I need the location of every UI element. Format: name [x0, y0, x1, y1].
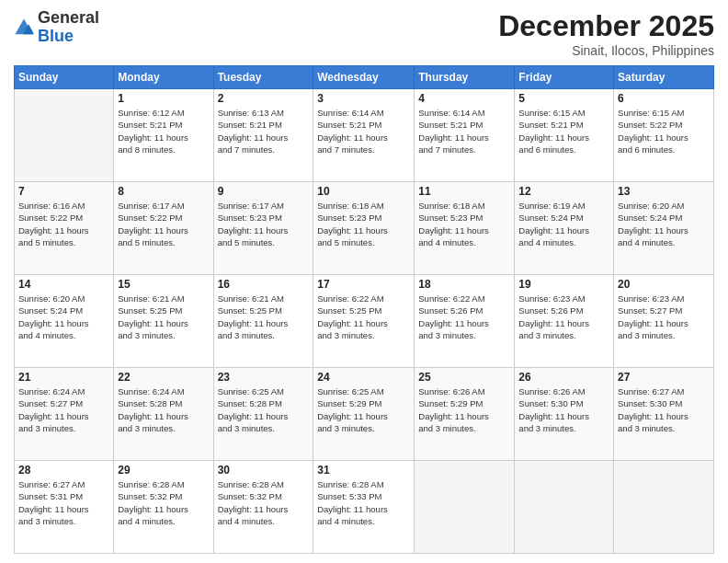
day-info: Sunrise: 6:18 AM Sunset: 5:23 PM Dayligh…	[418, 200, 510, 248]
day-number: 12	[518, 185, 609, 198]
day-info: Sunrise: 6:28 AM Sunset: 5:32 PM Dayligh…	[218, 478, 310, 527]
table-row	[614, 461, 714, 554]
table-row: 14Sunrise: 6:20 AM Sunset: 5:24 PM Dayli…	[15, 275, 114, 368]
day-number: 6	[618, 92, 710, 105]
day-info: Sunrise: 6:12 AM Sunset: 5:21 PM Dayligh…	[118, 107, 209, 155]
day-number: 2	[218, 92, 310, 105]
day-info: Sunrise: 6:19 AM Sunset: 5:24 PM Dayligh…	[518, 200, 609, 248]
logo-icon	[14, 17, 34, 38]
day-number: 25	[418, 371, 510, 384]
table-row	[515, 461, 614, 554]
table-row: 24Sunrise: 6:25 AM Sunset: 5:29 PM Dayli…	[313, 368, 415, 461]
day-number: 4	[418, 92, 510, 105]
table-row: 28Sunrise: 6:27 AM Sunset: 5:31 PM Dayli…	[15, 461, 114, 554]
table-row: 31Sunrise: 6:28 AM Sunset: 5:33 PM Dayli…	[313, 461, 415, 554]
day-info: Sunrise: 6:14 AM Sunset: 5:21 PM Dayligh…	[317, 107, 410, 155]
day-info: Sunrise: 6:22 AM Sunset: 5:25 PM Dayligh…	[317, 293, 410, 341]
logo-general-text: General	[38, 8, 99, 27]
logo: General Blue	[14, 9, 99, 46]
day-number: 20	[618, 278, 710, 291]
day-info: Sunrise: 6:23 AM Sunset: 5:26 PM Dayligh…	[518, 293, 609, 341]
title-block: December 2025 Sinait, Ilocos, Philippine…	[498, 9, 714, 58]
day-info: Sunrise: 6:26 AM Sunset: 5:30 PM Dayligh…	[518, 385, 609, 434]
table-row: 9Sunrise: 6:17 AM Sunset: 5:23 PM Daylig…	[213, 182, 313, 275]
day-number: 22	[118, 371, 209, 384]
day-number: 1	[118, 92, 209, 105]
day-info: Sunrise: 6:24 AM Sunset: 5:28 PM Dayligh…	[118, 385, 209, 434]
day-number: 16	[218, 278, 310, 291]
day-info: Sunrise: 6:15 AM Sunset: 5:21 PM Dayligh…	[518, 107, 609, 155]
table-row: 18Sunrise: 6:22 AM Sunset: 5:26 PM Dayli…	[415, 275, 515, 368]
day-info: Sunrise: 6:28 AM Sunset: 5:33 PM Dayligh…	[317, 478, 410, 527]
table-row: 4Sunrise: 6:14 AM Sunset: 5:21 PM Daylig…	[415, 89, 515, 182]
day-number: 26	[518, 371, 609, 384]
day-number: 19	[518, 278, 609, 291]
table-row: 26Sunrise: 6:26 AM Sunset: 5:30 PM Dayli…	[515, 368, 614, 461]
day-info: Sunrise: 6:23 AM Sunset: 5:27 PM Dayligh…	[618, 293, 710, 341]
month-title: December 2025	[498, 9, 714, 43]
day-number: 28	[18, 464, 109, 477]
table-row: 29Sunrise: 6:28 AM Sunset: 5:32 PM Dayli…	[114, 461, 213, 554]
page: General Blue December 2025 Sinait, Iloco…	[0, 0, 728, 563]
day-number: 3	[317, 92, 410, 105]
col-wednesday: Wednesday	[313, 66, 415, 89]
day-info: Sunrise: 6:17 AM Sunset: 5:23 PM Dayligh…	[218, 200, 310, 248]
day-number: 23	[218, 371, 310, 384]
table-row: 6Sunrise: 6:15 AM Sunset: 5:22 PM Daylig…	[614, 89, 714, 182]
day-number: 30	[218, 464, 310, 477]
col-saturday: Saturday	[614, 66, 714, 89]
table-row: 5Sunrise: 6:15 AM Sunset: 5:21 PM Daylig…	[515, 89, 614, 182]
table-row: 21Sunrise: 6:24 AM Sunset: 5:27 PM Dayli…	[15, 368, 114, 461]
day-info: Sunrise: 6:27 AM Sunset: 5:31 PM Dayligh…	[18, 478, 109, 527]
calendar-week-row: 14Sunrise: 6:20 AM Sunset: 5:24 PM Dayli…	[15, 275, 714, 368]
day-info: Sunrise: 6:15 AM Sunset: 5:22 PM Dayligh…	[618, 107, 710, 155]
logo-blue-text: Blue	[38, 27, 74, 45]
table-row: 19Sunrise: 6:23 AM Sunset: 5:26 PM Dayli…	[515, 275, 614, 368]
col-friday: Friday	[515, 66, 614, 89]
col-sunday: Sunday	[15, 66, 114, 89]
day-info: Sunrise: 6:24 AM Sunset: 5:27 PM Dayligh…	[18, 385, 109, 434]
table-row: 23Sunrise: 6:25 AM Sunset: 5:28 PM Dayli…	[213, 368, 313, 461]
day-info: Sunrise: 6:25 AM Sunset: 5:28 PM Dayligh…	[218, 385, 310, 434]
day-number: 11	[418, 185, 510, 198]
day-info: Sunrise: 6:25 AM Sunset: 5:29 PM Dayligh…	[317, 385, 410, 434]
col-thursday: Thursday	[415, 66, 515, 89]
day-info: Sunrise: 6:21 AM Sunset: 5:25 PM Dayligh…	[218, 293, 310, 341]
calendar-week-row: 1Sunrise: 6:12 AM Sunset: 5:21 PM Daylig…	[15, 89, 714, 182]
day-info: Sunrise: 6:27 AM Sunset: 5:30 PM Dayligh…	[618, 385, 710, 434]
table-row: 20Sunrise: 6:23 AM Sunset: 5:27 PM Dayli…	[614, 275, 714, 368]
table-row: 3Sunrise: 6:14 AM Sunset: 5:21 PM Daylig…	[313, 89, 415, 182]
day-info: Sunrise: 6:22 AM Sunset: 5:26 PM Dayligh…	[418, 293, 510, 341]
day-number: 17	[317, 278, 410, 291]
day-info: Sunrise: 6:20 AM Sunset: 5:24 PM Dayligh…	[18, 293, 109, 341]
table-row: 2Sunrise: 6:13 AM Sunset: 5:21 PM Daylig…	[213, 89, 313, 182]
table-row: 8Sunrise: 6:17 AM Sunset: 5:22 PM Daylig…	[114, 182, 213, 275]
table-row: 10Sunrise: 6:18 AM Sunset: 5:23 PM Dayli…	[313, 182, 415, 275]
day-number: 29	[118, 464, 209, 477]
table-row: 27Sunrise: 6:27 AM Sunset: 5:30 PM Dayli…	[614, 368, 714, 461]
calendar-header-row: Sunday Monday Tuesday Wednesday Thursday…	[15, 66, 714, 89]
table-row: 17Sunrise: 6:22 AM Sunset: 5:25 PM Dayli…	[313, 275, 415, 368]
header: General Blue December 2025 Sinait, Iloco…	[14, 9, 714, 58]
day-number: 5	[518, 92, 609, 105]
day-info: Sunrise: 6:18 AM Sunset: 5:23 PM Dayligh…	[317, 200, 410, 248]
day-number: 7	[18, 185, 109, 198]
table-row: 12Sunrise: 6:19 AM Sunset: 5:24 PM Dayli…	[515, 182, 614, 275]
day-number: 10	[317, 185, 410, 198]
table-row	[15, 89, 114, 182]
day-number: 21	[18, 371, 109, 384]
table-row: 13Sunrise: 6:20 AM Sunset: 5:24 PM Dayli…	[614, 182, 714, 275]
col-tuesday: Tuesday	[213, 66, 313, 89]
day-info: Sunrise: 6:13 AM Sunset: 5:21 PM Dayligh…	[218, 107, 310, 155]
table-row: 30Sunrise: 6:28 AM Sunset: 5:32 PM Dayli…	[213, 461, 313, 554]
table-row: 15Sunrise: 6:21 AM Sunset: 5:25 PM Dayli…	[114, 275, 213, 368]
day-info: Sunrise: 6:28 AM Sunset: 5:32 PM Dayligh…	[118, 478, 209, 527]
day-number: 18	[418, 278, 510, 291]
day-info: Sunrise: 6:16 AM Sunset: 5:22 PM Dayligh…	[18, 200, 109, 248]
day-number: 15	[118, 278, 209, 291]
table-row: 16Sunrise: 6:21 AM Sunset: 5:25 PM Dayli…	[213, 275, 313, 368]
day-number: 8	[118, 185, 209, 198]
day-info: Sunrise: 6:21 AM Sunset: 5:25 PM Dayligh…	[118, 293, 209, 341]
day-info: Sunrise: 6:17 AM Sunset: 5:22 PM Dayligh…	[118, 200, 209, 248]
table-row	[415, 461, 515, 554]
